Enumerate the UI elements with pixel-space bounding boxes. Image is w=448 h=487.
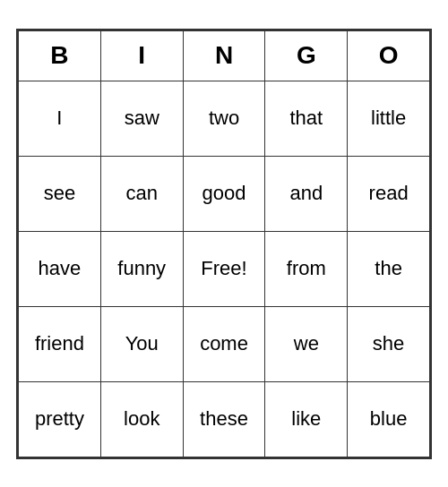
list-item: and	[265, 156, 348, 231]
list-item: can	[100, 156, 183, 231]
list-item: little	[348, 81, 430, 156]
list-item: the	[348, 231, 430, 306]
list-item: come	[183, 306, 265, 381]
header-g: G	[265, 30, 348, 81]
list-item: look	[100, 381, 183, 457]
header-o: O	[348, 30, 430, 81]
list-item: Free!	[183, 231, 265, 306]
header-b: B	[19, 30, 101, 81]
list-item: like	[265, 381, 348, 457]
list-item: I	[19, 81, 101, 156]
list-item: from	[265, 231, 348, 306]
table-row: seecangoodandread	[19, 156, 430, 231]
list-item: pretty	[19, 381, 101, 457]
bingo-card: B I N G O Isawtwothatlittleseecangoodand…	[16, 29, 432, 459]
list-item: she	[348, 306, 430, 381]
list-item: saw	[100, 81, 183, 156]
table-row: havefunnyFree!fromthe	[19, 231, 430, 306]
list-item: that	[265, 81, 348, 156]
bingo-table: B I N G O Isawtwothatlittleseecangoodand…	[18, 30, 430, 457]
table-row: Isawtwothatlittle	[19, 81, 430, 156]
header-i: I	[100, 30, 183, 81]
bingo-body: Isawtwothatlittleseecangoodandreadhavefu…	[19, 81, 430, 457]
list-item: these	[183, 381, 265, 457]
list-item: You	[100, 306, 183, 381]
list-item: friend	[19, 306, 101, 381]
table-row: prettylooktheselikeblue	[19, 381, 430, 457]
list-item: funny	[100, 231, 183, 306]
list-item: two	[183, 81, 265, 156]
list-item: see	[19, 156, 101, 231]
list-item: blue	[348, 381, 430, 457]
table-row: friendYoucomeweshe	[19, 306, 430, 381]
header-n: N	[183, 30, 265, 81]
list-item: good	[183, 156, 265, 231]
list-item: read	[348, 156, 430, 231]
list-item: have	[19, 231, 101, 306]
header-row: B I N G O	[19, 30, 430, 81]
list-item: we	[265, 306, 348, 381]
